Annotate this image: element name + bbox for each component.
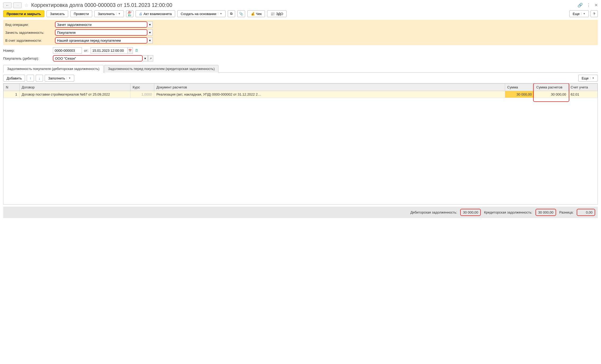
debt-table: N Договор Курс Документ расчетов Сумма С… (3, 83, 598, 98)
footer-summary: Дебиторская задолженность: 30 000,00 Кре… (3, 207, 598, 218)
buyer-dropdown[interactable]: ▼ (143, 55, 148, 62)
table-row[interactable]: 1 Договор поставки стройматериалов №67 о… (4, 91, 598, 98)
cell-account[interactable]: 62.01 (569, 91, 598, 98)
col-rate[interactable]: Курс (131, 84, 154, 91)
edo-icon: 📰 (271, 12, 275, 16)
buyer-input[interactable] (53, 55, 143, 62)
table-more-label: Еще (582, 76, 589, 80)
edo-button-label: ЭДО (276, 12, 283, 16)
number-label: Номер: (3, 49, 51, 53)
kebab-menu-icon[interactable]: ⋮ (586, 3, 591, 8)
footer-debit-label: Дебиторская задолженность: (411, 210, 457, 214)
chevron-down-icon: ▼ (590, 77, 594, 79)
col-sum[interactable]: Сумма (505, 84, 534, 91)
table-more-button[interactable]: Еще ▼ (578, 75, 598, 82)
dtk-button[interactable]: ДтКт (126, 10, 133, 17)
against-dropdown[interactable]: ▼ (147, 37, 153, 44)
tab-creditor[interactable]: Задолженность перед покупателем (кредито… (104, 65, 219, 73)
arrow-up-icon: ↑ (30, 76, 31, 80)
chevron-down-icon: ▼ (116, 12, 120, 15)
fill-button[interactable]: Заполнить ▼ (94, 10, 124, 17)
edo-button[interactable]: 📰 ЭДО (267, 10, 287, 17)
close-icon[interactable]: ✕ (594, 3, 598, 8)
receipt-icon: 💰 (251, 12, 255, 16)
table-fill-button[interactable]: Заполнить ▼ (45, 75, 74, 82)
post-and-close-button[interactable]: Провести и закрыть (3, 10, 44, 17)
op-type-input[interactable] (55, 21, 147, 28)
buyer-open-button[interactable]: ↗ (148, 55, 153, 62)
footer-debit-value: 30 000,00 (460, 209, 481, 216)
col-doc[interactable]: Документ расчетов (154, 84, 505, 91)
against-label: В счет задолженности: (5, 39, 53, 42)
arrow-down-icon: ↓ (39, 76, 40, 80)
cell-contract[interactable]: Договор поставки стройматериалов №67 от … (20, 91, 131, 98)
fill-button-label: Заполнить (98, 12, 115, 16)
paperclip-icon: 📎 (239, 12, 243, 16)
against-input[interactable] (55, 37, 147, 44)
chevron-down-icon: ▼ (218, 12, 222, 15)
col-n[interactable]: N (4, 84, 20, 91)
save-button[interactable]: Записать (46, 10, 68, 17)
col-sum-calc[interactable]: Сумма расчетов (534, 84, 569, 91)
buyer-label: Покупатель (дебитор): (3, 56, 51, 60)
toolbar-more-button[interactable]: Еще ▼ (569, 10, 589, 17)
add-row-button[interactable]: Добавить (3, 75, 25, 82)
offset-label: Зачесть задолженность: (5, 31, 53, 35)
move-up-button[interactable]: ↑ (27, 75, 34, 82)
date-input[interactable] (91, 47, 128, 54)
date-status-icon[interactable]: 🗓 (135, 49, 138, 53)
date-from-label: от: (84, 49, 88, 53)
act-button[interactable]: 🖨 Акт взаимозачета (136, 10, 175, 17)
calendar-button[interactable]: 📅 (128, 47, 133, 54)
cell-sum-calc[interactable]: 30 000,00 (534, 91, 569, 98)
footer-diff-value: 0,00 (577, 209, 595, 216)
dtk-icon: ДтКт (128, 11, 132, 17)
number-input[interactable] (53, 47, 82, 54)
attachment-button[interactable]: 📎 (237, 10, 245, 17)
structure-button[interactable]: ⧉ (228, 10, 235, 17)
favorite-star-icon[interactable]: ☆ (24, 2, 29, 8)
footer-credit-label: Кредиторская задолженность: (484, 210, 532, 214)
op-type-label: Вид операции: (5, 23, 53, 27)
table-fill-label: Заполнить (48, 76, 65, 80)
operation-params-block: Вид операции: ▼ Зачесть задолженность: ▼… (3, 20, 598, 45)
cell-rate[interactable]: 1,0000 (131, 91, 154, 98)
printer-icon: 🖨 (139, 12, 142, 16)
calendar-icon: 📅 (128, 49, 132, 52)
structure-icon: ⧉ (230, 12, 232, 16)
cell-n[interactable]: 1 (4, 91, 20, 98)
offset-dropdown[interactable]: ▼ (147, 29, 153, 36)
post-button[interactable]: Провести (70, 10, 92, 17)
chevron-down-icon: ▼ (581, 12, 585, 15)
col-sum-calc-label: Сумма расчетов (536, 85, 562, 89)
create-based-on-label: Создать на основании (181, 12, 216, 16)
tab-debitor[interactable]: Задолженность покупателя (дебиторская за… (3, 65, 104, 73)
cell-sum[interactable]: 30 000,00 (505, 91, 534, 98)
nav-forward-button[interactable]: → (13, 2, 22, 8)
page-title: Корректировка долга 0000-000003 от 15.01… (31, 2, 172, 8)
create-based-on-button[interactable]: Создать на основании ▼ (177, 10, 226, 17)
help-button[interactable]: ? (590, 10, 598, 17)
op-type-dropdown[interactable]: ▼ (147, 21, 153, 28)
toolbar-more-label: Еще (573, 12, 580, 16)
receipt-button[interactable]: 💰 Чек (247, 10, 265, 17)
debt-table-container: N Договор Курс Документ расчетов Сумма С… (3, 83, 598, 205)
chevron-down-icon: ▼ (67, 77, 71, 79)
col-contract[interactable]: Договор (20, 84, 131, 91)
offset-input[interactable] (55, 29, 147, 36)
nav-back-button[interactable]: ← (3, 2, 12, 8)
receipt-button-label: Чек (256, 12, 262, 16)
cell-doc[interactable]: Реализация (акт, накладная, УПД) 0000-00… (154, 91, 505, 98)
move-down-button[interactable]: ↓ (36, 75, 43, 82)
link-icon[interactable]: 🔗 (577, 3, 583, 8)
act-button-label: Акт взаимозачета (143, 12, 172, 16)
footer-diff-label: Разница: (559, 210, 574, 214)
col-account[interactable]: Счет учета (569, 84, 598, 91)
footer-credit-value: 30 000,00 (535, 209, 556, 216)
